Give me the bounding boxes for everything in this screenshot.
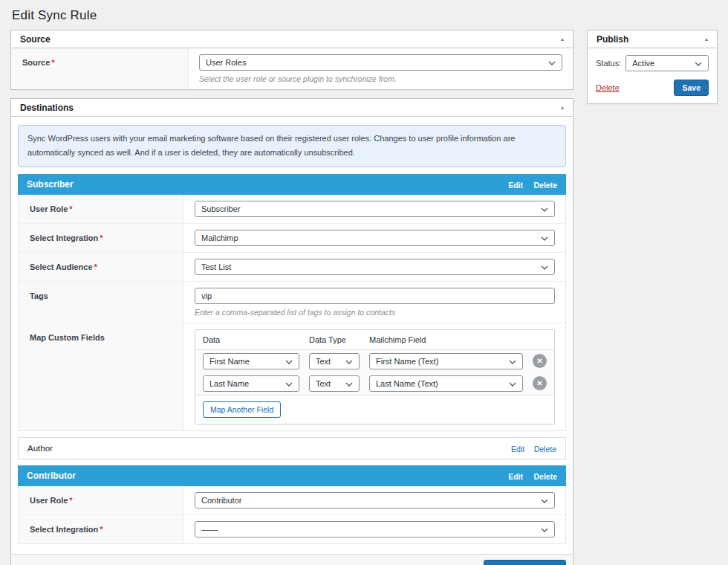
destinations-panel: Destinations ▴ Sync WordPress users with… [10,98,573,565]
source-help-text: Select the user role or source plugin to… [199,74,562,83]
tags-row: Tags Enter a comma-separated list of tag… [19,281,565,323]
map-custom-fields-row: Map Custom Fields Data Data Type Mailchi… [19,323,565,430]
map-mailchimp-field-select[interactable]: Last Name (Text) [369,375,523,392]
destinations-panel-title: Destinations [20,103,74,113]
map-mailchimp-field-select[interactable]: First Name (Text) [369,353,523,369]
collapse-toggle-icon[interactable]: ▴ [705,36,708,42]
chevron-down-icon [541,236,548,241]
author-delete-link[interactable]: Delete [534,445,556,453]
integration-label: Select Integration* [19,224,184,252]
column-header-mailchimp-field: Mailchimp Field [369,335,547,344]
subscriber-edit-link[interactable]: Edit [508,181,523,190]
audience-select[interactable]: Test List [195,259,555,275]
source-select-value: User Roles [206,58,246,67]
chevron-down-icon [541,499,548,503]
destination-author: Author Edit Delete [18,437,566,459]
user-role-row: User Role* Subscriber [19,195,565,223]
integration-select[interactable]: —— [195,521,555,537]
user-role-label: User Role* [19,486,184,514]
chevron-down-icon [541,265,548,270]
status-label: Status: [596,59,621,68]
remove-row-icon[interactable]: ✕ [533,354,547,368]
collapse-toggle-icon[interactable]: ▴ [561,36,564,42]
admin-page: Edit Sync Rule Source ▴ Source* User Rol… [0,0,728,565]
required-asterisk: * [100,233,103,242]
source-label: Source* [11,48,189,89]
contributor-delete-link[interactable]: Delete [533,472,557,481]
user-role-select[interactable]: Contributor [195,492,555,508]
publish-panel: Publish ▴ Status: Active Delete Save [587,30,718,104]
subscriber-delete-link[interactable]: Delete [533,181,557,190]
chevron-down-icon [548,61,556,65]
destination-contributor: Contributor Edit Delete User Role* [18,465,566,544]
audience-row: Select Audience* Test List [19,252,565,281]
map-type-select[interactable]: Text [309,375,360,392]
required-asterisk: * [69,204,72,213]
user-role-row: User Role* Contributor [19,486,565,514]
publish-panel-title: Publish [597,34,628,45]
subscriber-title: Subscriber [27,179,74,190]
chevron-down-icon [285,360,293,364]
chevron-down-icon [345,382,353,387]
chevron-down-icon [695,62,702,66]
collapse-toggle-icon[interactable]: ▴ [561,105,564,111]
source-select[interactable]: User Roles [199,54,562,71]
source-panel: Source ▴ Source* User Roles Select the u… [10,30,573,90]
chevron-down-icon [509,382,516,387]
required-asterisk: * [69,496,72,505]
column-header-data-type: Data Type [309,335,360,344]
chevron-down-icon [345,360,353,364]
chevron-down-icon [509,360,516,364]
map-fields-header-row: Data Data Type Mailchimp Field [195,330,554,350]
destinations-panel-header: Destinations ▴ [11,99,573,117]
integration-label: Select Integration* [19,515,184,543]
map-field-row: Last Name Text [195,372,554,395]
map-field-row: First Name Text [195,350,554,372]
map-type-select[interactable]: Text [309,353,360,369]
integration-row: Select Integration* Mailchimp [19,223,565,252]
tags-label: Tags [19,282,184,323]
page-title: Edit Sync Rule [10,0,718,30]
tags-help-text: Enter a comma-separated list of tags to … [195,308,555,317]
map-custom-fields-label: Map Custom Fields [19,323,184,430]
chevron-down-icon [541,207,548,212]
user-role-label: User Role* [19,195,184,223]
map-another-field-button[interactable]: Map Another Field [203,401,281,418]
column-header-data: Data [203,335,299,344]
destination-subscriber: Subscriber Edit Delete User Role* [18,174,566,431]
author-title: Author [27,444,53,453]
integration-row: Select Integration* —— [19,514,565,543]
add-destination-button[interactable]: + Add Destination [484,560,566,565]
info-notice: Sync WordPress users with your email mar… [18,125,566,167]
required-asterisk: * [94,262,97,271]
subscriber-header-bar: Subscriber Edit Delete [18,174,566,195]
save-button[interactable]: Save [674,80,709,96]
integration-select[interactable]: Mailchimp [195,230,555,246]
contributor-edit-link[interactable]: Edit [508,472,523,481]
required-asterisk: * [100,525,103,534]
author-edit-link[interactable]: Edit [511,445,524,453]
source-panel-title: Source [20,34,51,45]
audience-label: Select Audience* [19,253,184,281]
user-role-select[interactable]: Subscriber [195,201,555,217]
map-fields-table: Data Data Type Mailchimp Field First Nam… [195,329,555,424]
source-panel-header: Source ▴ [11,30,573,48]
chevron-down-icon [541,528,548,532]
source-row: Source* User Roles Select the user role … [11,48,573,89]
status-select[interactable]: Active [625,55,709,71]
tags-input[interactable] [195,288,555,304]
required-asterisk: * [51,58,54,67]
contributor-header-bar: Contributor Edit Delete [18,465,566,486]
map-data-select[interactable]: Last Name [203,375,299,392]
publish-panel-header: Publish ▴ [588,30,717,48]
remove-row-icon[interactable]: ✕ [533,376,547,390]
delete-rule-link[interactable]: Delete [596,83,620,92]
map-data-select[interactable]: First Name [203,353,299,369]
chevron-down-icon [285,382,293,387]
contributor-title: Contributor [27,471,76,481]
destinations-footer: + Add Destination [11,554,573,565]
